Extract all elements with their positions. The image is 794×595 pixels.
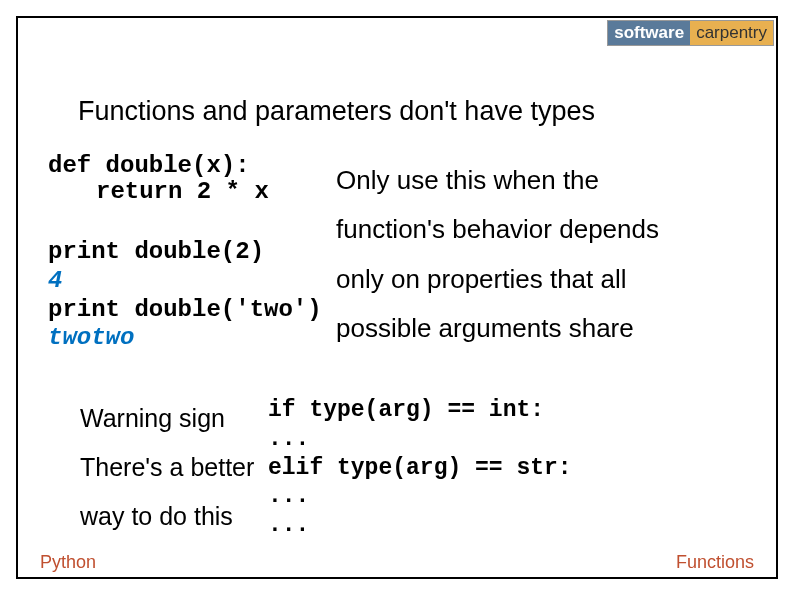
code-line: if type(arg) == int: [268,396,572,425]
footer-right: Functions [676,552,754,573]
code-line: ... [268,482,572,511]
slide-frame: software carpentry Functions and paramet… [16,16,778,579]
code-line: ... [268,511,572,540]
description-text: Only use this when the function's behavi… [336,156,659,354]
text-line: possible arguments share [336,304,659,353]
text-line: way to do this [80,492,254,541]
code-line: print double(2) [48,238,322,267]
text-line: function's behavior depends [336,205,659,254]
text-line: Warning sign [80,394,254,443]
logo-left: software [608,21,690,45]
code-line: def double(x): [48,153,269,179]
text-line: only on properties that all [336,255,659,304]
text-line: Only use this when the [336,156,659,205]
footer-left: Python [40,552,96,573]
code-type-check: if type(arg) == int: ... elif type(arg) … [268,396,572,540]
code-output: 4 [48,267,322,296]
code-def-double: def double(x): return 2 * x [48,153,269,206]
code-line: ... [268,425,572,454]
code-output: twotwo [48,324,322,353]
warning-text: Warning sign There's a better way to do … [80,394,254,540]
code-usage: print double(2) 4 print double('two') tw… [48,238,322,353]
code-line: return 2 * x [48,179,269,205]
text-line: There's a better [80,443,254,492]
code-line: print double('two') [48,296,322,325]
slide-title: Functions and parameters don't have type… [78,96,595,127]
code-line: elif type(arg) == str: [268,454,572,483]
logo-right: carpentry [690,21,773,45]
logo: software carpentry [607,20,774,46]
